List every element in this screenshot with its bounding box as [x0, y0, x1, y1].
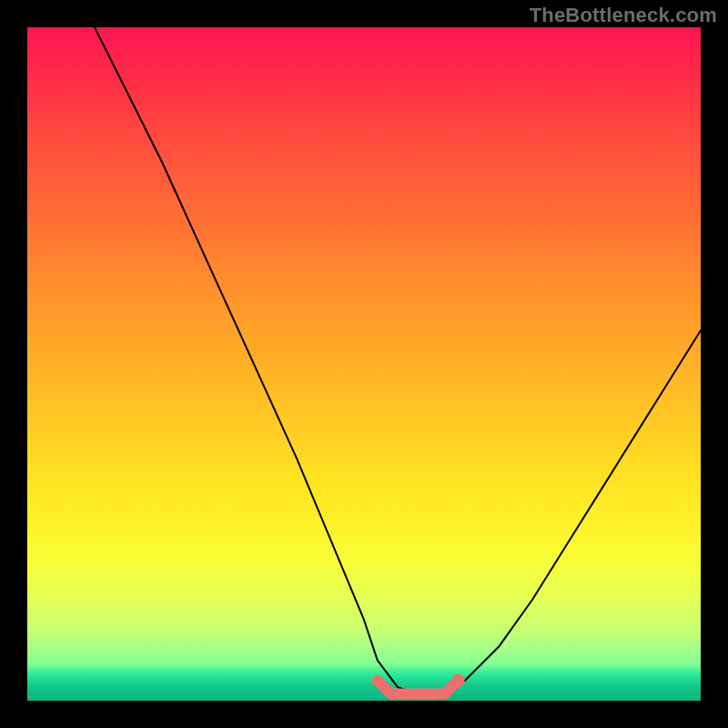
- highlight-floor-path: [378, 681, 459, 694]
- watermark-text: TheBottleneck.com: [530, 4, 717, 27]
- highlight-end-dot: [452, 674, 465, 687]
- curve-layer: [27, 27, 701, 701]
- bottleneck-curve-path: [95, 27, 701, 694]
- plot-area: [27, 27, 701, 701]
- chart-frame: TheBottleneck.com: [0, 0, 728, 728]
